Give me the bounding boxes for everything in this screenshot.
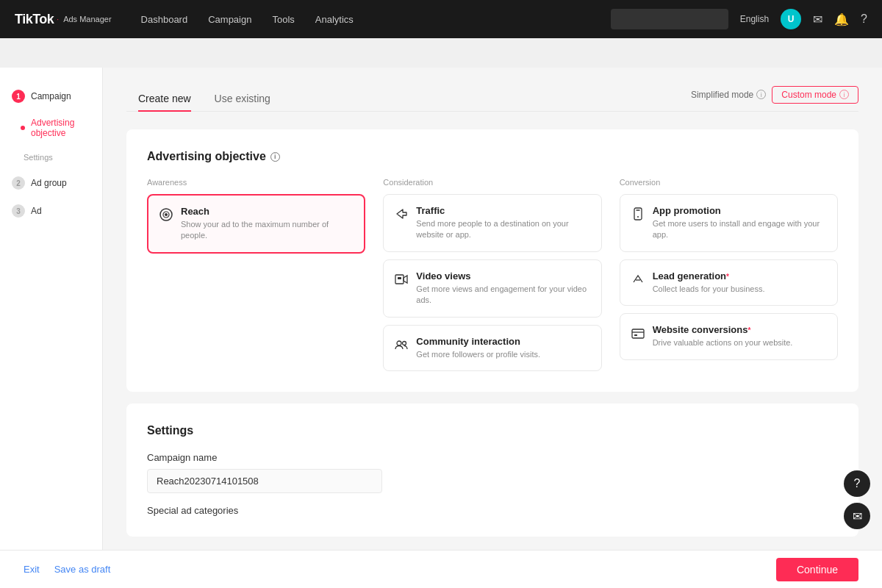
lead-gen-icon — [631, 272, 645, 290]
advertising-objective-label: Advertising objective — [31, 118, 90, 138]
sidebar-step-adgroup[interactable]: 2 Ad group — [0, 169, 102, 197]
simplified-mode-btn[interactable]: Simplified mode i — [691, 90, 766, 100]
svg-point-4 — [397, 341, 401, 345]
reach-icon — [159, 207, 173, 226]
sidebar-advertising-objective[interactable]: Advertising objective — [0, 110, 102, 146]
tab-create-new[interactable]: Create new — [126, 85, 203, 112]
lead-gen-desc: Collect leads for your business. — [653, 284, 827, 295]
traffic-title: Traffic — [416, 205, 590, 216]
traffic-desc: Send more people to a destination on you… — [416, 218, 590, 241]
footer-right: Continue — [776, 558, 858, 581]
active-dot — [21, 126, 25, 130]
campaign-name-label: Campaign name — [147, 452, 838, 463]
sidebar: 1 Campaign Advertising objective Setting… — [0, 68, 103, 588]
language-selector[interactable]: English — [740, 14, 769, 24]
main-content: Create new Use existing Simplified mode … — [103, 68, 882, 588]
app-promotion-icon — [631, 207, 645, 225]
objective-website-conversions[interactable]: Website conversions* Drive valuable acti… — [620, 313, 838, 359]
nav-right: English U ✉ 🔔 ? — [611, 9, 867, 29]
app-promotion-title: App promotion — [653, 205, 827, 216]
nav-tools[interactable]: Tools — [272, 14, 294, 25]
category-consideration: Consideration Traffic Send more people t… — [383, 178, 601, 371]
svg-point-5 — [403, 341, 406, 345]
continue-button[interactable]: Continue — [776, 558, 858, 581]
avatar[interactable]: U — [781, 9, 801, 29]
website-conversions-desc: Drive valuable actions on your website. — [653, 337, 827, 348]
reach-text: Reach Show your ad to the maximum number… — [181, 206, 354, 242]
lead-gen-text: Lead generation* Collect leads for your … — [653, 270, 827, 295]
sidebar-step-campaign[interactable]: 1 Campaign — [0, 82, 102, 110]
video-views-text: Video views Get more views and engagemen… — [416, 270, 590, 306]
step-3-badge: 3 — [12, 204, 25, 218]
custom-info-icon: i — [839, 90, 849, 99]
settings-sidebar-label: Settings — [24, 153, 53, 162]
simplified-info-icon: i — [756, 90, 766, 99]
tab-use-existing[interactable]: Use existing — [203, 85, 282, 112]
nav-campaign[interactable]: Campaign — [208, 14, 251, 25]
website-conversions-text: Website conversions* Drive valuable acti… — [653, 324, 827, 348]
consideration-label: Consideration — [383, 178, 601, 187]
app-promotion-desc: Get more users to install and engage wit… — [653, 218, 827, 241]
advertising-objective-title: Advertising objective i — [147, 150, 838, 163]
advertising-objective-card: Advertising objective i Awareness Reach … — [126, 129, 858, 392]
logo-sub: Ads Manager — [63, 15, 111, 24]
step-1-badge: 1 — [12, 90, 25, 103]
campaign-name-input[interactable] — [147, 469, 382, 493]
bell-icon[interactable]: 🔔 — [834, 12, 849, 26]
svg-rect-3 — [398, 277, 401, 279]
top-navigation: TikTok · Ads Manager Dashboard Campaign … — [0, 0, 882, 38]
nav-analytics[interactable]: Analytics — [315, 14, 354, 25]
logo-tiktok: TikTok — [15, 12, 54, 27]
community-text: Community interaction Get more followers… — [416, 336, 590, 360]
traffic-text: Traffic Send more people to a destinatio… — [416, 205, 590, 241]
footer-bar: Exit Save as draft Continue — [0, 550, 882, 588]
objective-app-promotion[interactable]: App promotion Get more users to install … — [620, 194, 838, 252]
traffic-icon — [394, 207, 409, 225]
category-awareness: Awareness Reach Show your ad to the maxi… — [147, 178, 365, 371]
sidebar-settings[interactable]: Settings — [0, 146, 102, 169]
float-help-button[interactable]: ? — [844, 470, 870, 497]
svg-rect-8 — [632, 329, 644, 338]
exit-link[interactable]: Exit — [24, 564, 40, 575]
sidebar-adgroup-label: Ad group — [31, 178, 67, 188]
tab-row: Create new Use existing Simplified mode … — [126, 85, 858, 112]
objective-reach[interactable]: Reach Show your ad to the maximum number… — [147, 194, 365, 254]
awareness-label: Awareness — [147, 178, 365, 187]
website-conversions-title: Website conversions* — [653, 324, 827, 335]
top-grey-bar — [0, 38, 882, 68]
logo-area: TikTok · Ads Manager — [15, 12, 112, 27]
save-as-draft-button[interactable]: Save as draft — [54, 564, 111, 575]
objective-video-views[interactable]: Video views Get more views and engagemen… — [383, 259, 601, 318]
float-message-button[interactable]: ✉ — [844, 503, 870, 529]
help-icon[interactable]: ? — [861, 12, 867, 26]
community-icon — [394, 337, 409, 356]
app-promotion-text: App promotion Get more users to install … — [653, 205, 827, 241]
community-desc: Get more followers or profile visits. — [416, 349, 590, 360]
nav-dashboard[interactable]: Dashboard — [141, 14, 188, 25]
sidebar-step-ad[interactable]: 3 Ad — [0, 197, 102, 225]
float-buttons: ? ✉ — [844, 470, 870, 529]
objective-community[interactable]: Community interaction Get more followers… — [383, 325, 601, 371]
category-conversion: Conversion App promotion Get more users … — [620, 178, 838, 371]
lead-gen-title: Lead generation* — [653, 270, 827, 282]
svg-point-7 — [637, 216, 639, 218]
logo-dot: · — [57, 15, 59, 24]
objective-traffic[interactable]: Traffic Send more people to a destinatio… — [383, 194, 601, 252]
mail-icon[interactable]: ✉ — [813, 12, 822, 26]
community-title: Community interaction — [416, 336, 590, 347]
reach-desc: Show your ad to the maximum number of pe… — [181, 219, 354, 242]
custom-mode-btn[interactable]: Custom mode i — [772, 86, 858, 104]
step-2-badge: 2 — [12, 176, 25, 190]
nav-links: Dashboard Campaign Tools Analytics — [141, 14, 611, 25]
campaign-name-field: Campaign name — [147, 452, 838, 493]
video-views-title: Video views — [416, 270, 590, 282]
settings-title: Settings — [147, 424, 838, 437]
svg-rect-9 — [634, 334, 637, 336]
objective-categories: Awareness Reach Show your ad to the maxi… — [147, 178, 838, 371]
website-conversions-icon — [631, 326, 645, 344]
objective-lead-gen[interactable]: Lead generation* Collect leads for your … — [620, 259, 838, 306]
sidebar-ad-label: Ad — [31, 206, 42, 216]
mode-toggle: Simplified mode i Custom mode i — [691, 86, 858, 111]
video-views-desc: Get more views and engagement for your v… — [416, 284, 590, 306]
search-input[interactable] — [611, 9, 728, 29]
